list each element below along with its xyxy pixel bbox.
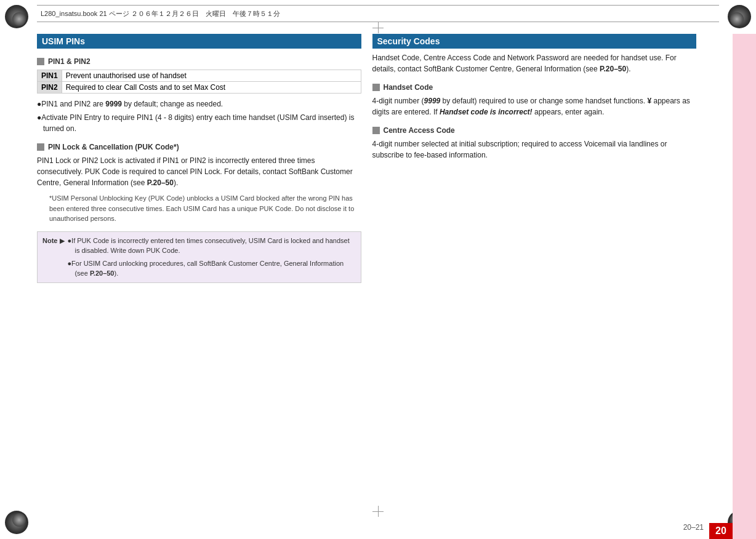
- pin1-desc: Prevent unauthorised use of handset: [62, 70, 361, 82]
- small-circle-tr: [730, 12, 744, 26]
- small-circle-tl: [12, 12, 26, 26]
- sub-header-icon2: [37, 143, 44, 151]
- table-row: PIN1 Prevent unauthorised use of handset: [38, 70, 361, 82]
- sub-header-icon4: [372, 127, 380, 134]
- sub-header-icon3: [372, 84, 380, 91]
- usim-pins-title: USIM PINs: [37, 34, 361, 49]
- page-number-box: 20: [709, 523, 733, 539]
- pin1-label: PIN1: [38, 70, 62, 82]
- pin1-pin2-label: PIN1 & PIN2: [48, 57, 90, 66]
- pin-bullet1: ●PIN1 and PIN2 are 9999 by default; chan…: [37, 98, 361, 110]
- pin1-pin2-header: PIN1 & PIN2: [37, 57, 361, 66]
- handset-code-label: Handset Code: [384, 83, 433, 92]
- note-content: ●If PUK Code is incorrectly entered ten …: [67, 236, 355, 279]
- sub-header-icon: [37, 58, 44, 65]
- pin-table: PIN1 Prevent unauthorised use of handset…: [37, 70, 361, 94]
- pin-bullet2: ●Activate PIN Entry to require PIN1 (4 -…: [37, 112, 361, 134]
- note-arrow: ▶: [60, 236, 65, 246]
- centre-access-code-label: Centre Access Code: [384, 126, 455, 135]
- pin-lock-para1: PIN1 Lock or PIN2 Lock is activated if P…: [37, 155, 361, 188]
- table-row: PIN2 Required to clear Call Costs and to…: [38, 82, 361, 94]
- pin-lock-header: PIN Lock & Cancellation (PUK Code*): [37, 143, 361, 151]
- crosshair-top: [372, 22, 384, 33]
- centre-access-code-header: Centre Access Code: [372, 126, 697, 135]
- pin2-desc: Required to clear Call Costs and to set …: [62, 82, 361, 94]
- note-box: Note ▶ ●If PUK Code is incorrectly enter…: [37, 231, 361, 283]
- handset-code-text: 4-digit number (9999 by default) require…: [372, 95, 697, 118]
- main-content: USIM PINs PIN1 & PIN2 PIN1 Prevent unaut…: [37, 34, 722, 502]
- right-column: Security Codes Handset Code, Centre Acce…: [372, 34, 723, 502]
- bottom-page-number: 20–21: [683, 523, 704, 532]
- header-text: L280_insatsu.book 21 ページ ２０６年１２月２６日 火曜日 …: [41, 9, 280, 18]
- centre-access-code-text: 4-digit number selected at initial subsc…: [372, 138, 697, 161]
- crosshair-bottom: [372, 506, 384, 517]
- small-circle-bl: [12, 513, 26, 527]
- note-label: Note: [42, 236, 57, 246]
- security-codes-title: Security Codes: [372, 34, 697, 49]
- note-bullet1: ●If PUK Code is incorrectly entered ten …: [67, 236, 355, 256]
- page-header: L280_insatsu.book 21 ページ ２０６年１２月２６日 火曜日 …: [37, 5, 719, 22]
- left-column: USIM PINs PIN1 & PIN2 PIN1 Prevent unaut…: [37, 34, 361, 502]
- pin-lock-footnote: *USIM Personal Unblocking Key (PUK Code)…: [37, 193, 361, 224]
- right-margin: [733, 34, 756, 539]
- handset-code-header: Handset Code: [372, 83, 697, 92]
- pin2-label: PIN2: [38, 82, 62, 94]
- note-bullet2: ●For USIM Card unlocking procedures, cal…: [67, 258, 355, 279]
- security-codes-intro: Handset Code, Centre Access Code and Net…: [372, 52, 697, 74]
- pin-lock-label: PIN Lock & Cancellation (PUK Code*): [48, 143, 179, 151]
